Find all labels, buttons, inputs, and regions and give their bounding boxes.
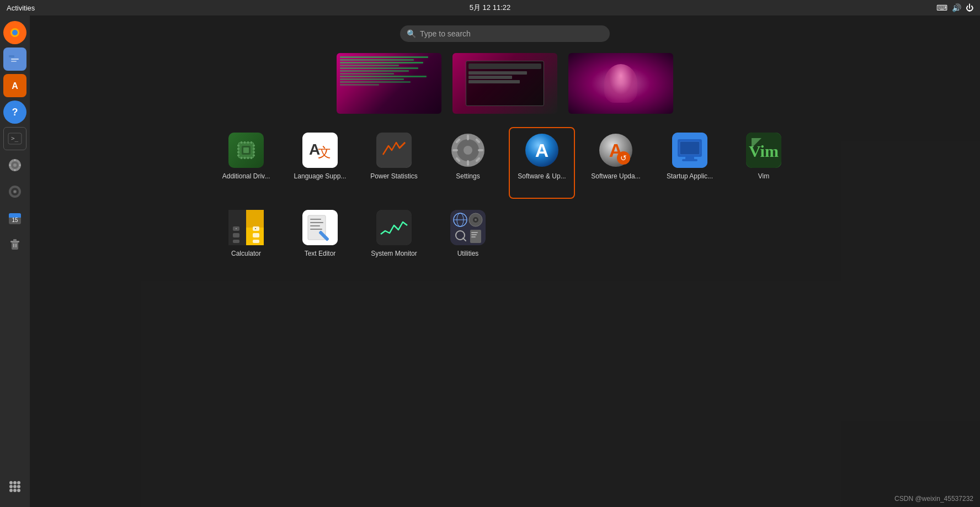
svg-rect-43 — [241, 141, 242, 144]
software-update-label: Software Upda... — [591, 172, 640, 181]
settings-label: Settings — [456, 172, 480, 181]
topbar-datetime: 5月 12 11:22 — [470, 3, 510, 13]
power-icon[interactable]: ⏻ — [966, 3, 973, 12]
search-input[interactable] — [400, 25, 610, 42]
search-container: 🔍 — [400, 25, 610, 42]
svg-rect-109 — [376, 210, 412, 245]
dock-item-show-apps[interactable] — [3, 475, 26, 498]
utilities-icon — [450, 210, 486, 245]
app-item-software-update[interactable]: A ↺ Software Upda... — [583, 127, 649, 199]
svg-rect-82 — [680, 141, 700, 155]
vim-label: Vim — [758, 172, 769, 181]
svg-point-33 — [17, 481, 20, 484]
svg-rect-17 — [19, 165, 21, 166]
startup-apps-icon — [672, 133, 707, 168]
text-editor-icon — [302, 210, 338, 245]
svg-rect-68 — [452, 149, 458, 151]
startup-apps-label: Startup Applic... — [667, 172, 713, 181]
app-item-startup-apps[interactable]: Startup Applic... — [657, 127, 723, 199]
svg-rect-42 — [243, 147, 249, 153]
svg-rect-46 — [251, 141, 252, 144]
power-statistics-icon — [376, 133, 412, 168]
activities-button[interactable]: Activities — [0, 0, 41, 15]
svg-rect-49 — [247, 157, 249, 159]
app-item-vim[interactable]: Vim Vim — [731, 127, 797, 199]
app-item-language-support[interactable]: A 文 Language Supp... — [287, 127, 353, 199]
svg-point-37 — [9, 489, 13, 492]
watermark: CSDN @weixin_45537232 — [894, 495, 973, 503]
window-thumbnails — [337, 53, 673, 114]
apps-row-1: Additional Driv... A 文 Language Supp... — [213, 127, 797, 199]
svg-point-21 — [14, 191, 15, 192]
app-item-settings[interactable]: Settings — [435, 127, 501, 199]
dock-item-firefox[interactable] — [3, 21, 26, 44]
svg-rect-28 — [13, 239, 17, 241]
keyboard-icon: ⌨ — [936, 3, 947, 12]
additional-drivers-label: Additional Driv... — [222, 172, 270, 181]
app-item-utilities[interactable]: Utilities — [435, 204, 501, 276]
power-statistics-label: Power Statistics — [370, 172, 417, 181]
svg-text:A: A — [535, 140, 549, 161]
svg-rect-96 — [253, 233, 259, 237]
app-item-calculator[interactable]: Calculator — [213, 204, 279, 276]
svg-rect-62 — [376, 133, 412, 168]
dock-item-help[interactable]: ? — [3, 101, 26, 124]
svg-point-34 — [9, 485, 13, 488]
svg-rect-52 — [237, 148, 239, 150]
text-editor-label: Text Editor — [305, 250, 336, 258]
thumbnail-jellyfish-content — [568, 53, 673, 114]
language-support-label: Language Supp... — [294, 172, 347, 181]
volume-icon[interactable]: 🔊 — [952, 3, 961, 12]
utilities-label: Utilities — [457, 250, 479, 258]
svg-rect-14 — [14, 159, 15, 161]
svg-rect-48 — [244, 157, 246, 159]
svg-rect-97 — [233, 240, 239, 243]
dock-item-files[interactable] — [3, 47, 26, 71]
svg-rect-29 — [13, 244, 14, 247]
thumbnail-jellyfish[interactable] — [568, 53, 673, 114]
svg-rect-100 — [255, 228, 256, 229]
app-item-text-editor[interactable]: Text Editor — [287, 204, 353, 276]
dock-item-settings[interactable] — [3, 154, 26, 177]
svg-rect-57 — [253, 151, 255, 153]
svg-text:15: 15 — [12, 217, 18, 223]
software-up-label: Software & Up... — [518, 172, 566, 181]
app-item-system-monitor[interactable]: System Monitor — [361, 204, 427, 276]
app-item-additional-drivers[interactable]: Additional Driv... — [213, 127, 279, 199]
svg-rect-44 — [244, 141, 246, 144]
app-item-power-statistics[interactable]: Power Statistics — [361, 127, 427, 199]
svg-rect-121 — [471, 234, 477, 235]
svg-rect-122 — [471, 236, 476, 237]
svg-point-36 — [17, 485, 20, 488]
dock-item-trash[interactable] — [3, 233, 26, 256]
vim-icon: Vim — [746, 133, 781, 168]
svg-rect-92 — [246, 210, 264, 228]
app-item-software-up[interactable]: A Software & Up... — [509, 127, 575, 199]
svg-rect-104 — [310, 222, 323, 223]
svg-rect-105 — [310, 225, 320, 226]
svg-point-116 — [475, 219, 477, 221]
svg-point-32 — [13, 481, 17, 484]
software-update-icon: A ↺ — [598, 133, 633, 168]
topbar-left: Activities — [0, 0, 41, 15]
svg-text:文: 文 — [318, 145, 331, 160]
svg-rect-58 — [253, 155, 255, 156]
additional-drivers-icon — [228, 133, 264, 168]
settings-icon — [450, 133, 486, 168]
thumbnail-inner — [466, 61, 545, 107]
dock-item-calendar[interactable]: 15 — [3, 207, 26, 230]
svg-rect-16 — [9, 165, 11, 166]
thumbnail-darkui[interactable] — [452, 53, 557, 114]
svg-rect-47 — [241, 157, 242, 159]
svg-point-39 — [17, 489, 20, 492]
thumbnail-terminal-content — [337, 53, 441, 114]
dock-item-terminal[interactable]: >_ — [3, 127, 26, 150]
svg-point-13 — [13, 163, 17, 167]
dock-item-software[interactable]: A — [3, 74, 26, 97]
svg-rect-30 — [15, 244, 17, 247]
svg-rect-69 — [478, 149, 483, 151]
thumbnail-terminal[interactable] — [337, 53, 441, 114]
thumbnail-darkui-content — [452, 53, 557, 114]
dock-item-disk[interactable] — [3, 180, 26, 203]
svg-point-65 — [464, 146, 472, 155]
